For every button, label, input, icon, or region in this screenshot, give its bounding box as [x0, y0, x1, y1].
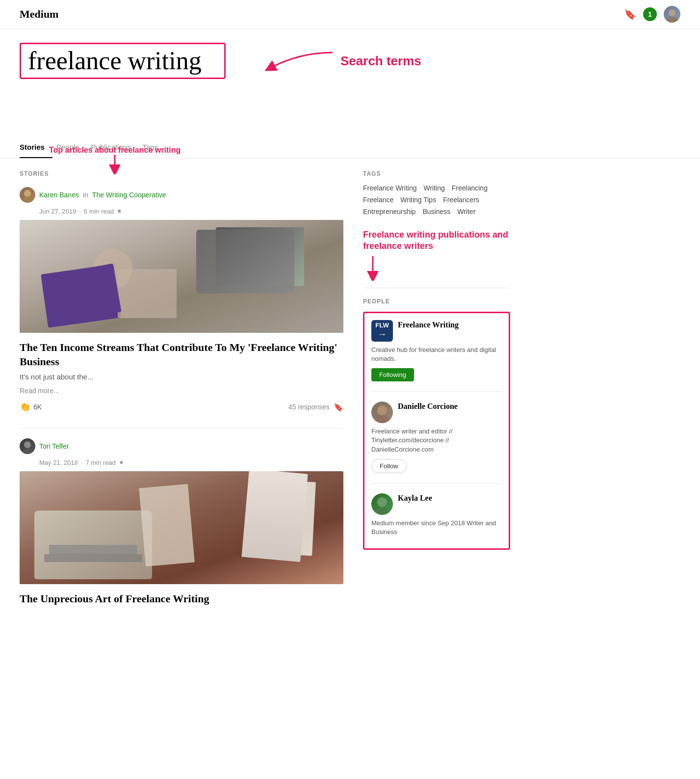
tag-item[interactable]: Writing Tips — [400, 196, 436, 204]
search-box[interactable]: freelance writing — [20, 43, 226, 79]
search-query[interactable]: freelance writing — [28, 48, 202, 74]
svg-point-6 — [377, 405, 387, 415]
tag-item[interactable]: Business — [422, 208, 450, 215]
svg-point-9 — [375, 507, 389, 515]
person-name-3[interactable]: Kayla Lee — [398, 493, 432, 503]
header: Medium 🔖 1 — [0, 0, 700, 29]
following-button[interactable]: Following — [371, 368, 414, 381]
svg-point-4 — [24, 441, 31, 448]
story-title[interactable]: The Ten Income Streams That Contribute T… — [20, 341, 343, 369]
svg-point-1 — [666, 17, 678, 23]
people-section: FLW → Freelance Writing Creative hub for… — [363, 312, 510, 550]
people-section-label: PEOPLE — [363, 298, 510, 305]
tag-item[interactable]: Writer — [457, 208, 475, 215]
tag-item[interactable]: Freelancing — [452, 184, 488, 192]
person-header-2: Danielle Corcione — [371, 402, 502, 423]
logo[interactable]: Medium — [20, 8, 58, 21]
story-image-2 — [20, 471, 343, 584]
tag-item[interactable]: Entrepreneurship — [363, 208, 415, 215]
svg-point-8 — [377, 497, 387, 507]
tag-item[interactable]: Freelance Writing — [363, 184, 416, 192]
tag-item[interactable]: Freelance — [363, 196, 393, 204]
story-divider — [20, 428, 343, 429]
story-author-avatar-2 — [20, 438, 35, 454]
right-divider — [363, 288, 510, 288]
story-read-more[interactable]: Read more... — [20, 387, 343, 395]
person-avatar-kayla — [371, 493, 393, 515]
story-in-label: in — [83, 191, 88, 199]
tab-annotation: Top articles about freelance writing — [49, 146, 181, 174]
story-claps[interactable]: 👏 6K — [20, 402, 42, 412]
story-image-1 — [20, 220, 343, 333]
person-desc-2: Freelance writer and editor // Tinylette… — [371, 427, 502, 454]
nav-tabs: Stories People Publications Tags Top art… — [0, 128, 700, 159]
tags-grid: Freelance Writing Writing Freelancing Fr… — [363, 184, 510, 215]
story-item: Karen Banes in The Writing Cooperative J… — [20, 187, 343, 412]
tab-stories[interactable]: Stories — [20, 139, 52, 158]
svg-point-3 — [22, 197, 33, 203]
story-title-2[interactable]: The Unprecious Art of Freelance Writing — [20, 592, 343, 606]
flw-logo-text: FLW — [375, 322, 389, 329]
person-desc-1: Creative hub for freelance writers and d… — [371, 346, 502, 363]
user-avatar[interactable] — [664, 6, 680, 23]
search-terms-label: Search terms — [340, 54, 421, 69]
person-name-2[interactable]: Danielle Corcione — [398, 402, 458, 411]
story-author-link[interactable]: Karen Banes — [39, 191, 79, 199]
svg-point-0 — [669, 9, 675, 16]
svg-point-7 — [375, 415, 389, 423]
tag-item[interactable]: Freelancers — [443, 196, 479, 204]
story-bookmark-icon[interactable]: 🔖 — [334, 403, 343, 412]
person-desc-3: Medium member since Sep 2018 Writer and … — [371, 519, 502, 537]
tab-annotation-arrow — [107, 155, 122, 174]
person-item-3: Kayla Lee Medium member since Sep 2018 W… — [371, 493, 502, 537]
tags-section-label: TAGS — [363, 170, 510, 177]
main-content: STORIES Karen Banes in The Writing Coope… — [0, 159, 700, 622]
story-footer: 👏 6K 45 responses 🔖 — [20, 402, 343, 412]
search-section: freelance writing Search terms — [0, 29, 700, 128]
right-column: TAGS Freelance Writing Writing Freelanci… — [363, 159, 510, 622]
story-star-icon-2: ★ — [119, 459, 124, 466]
story-read-time-2: 7 min read — [85, 459, 115, 466]
person-item-1: FLW → Freelance Writing Creative hub for… — [371, 320, 502, 392]
search-arrow-svg — [260, 48, 334, 75]
story-date: Jun 27, 2019 — [39, 208, 76, 215]
person-name-1[interactable]: Freelance Writing — [398, 320, 459, 329]
header-right: 🔖 1 — [624, 6, 680, 23]
story-item-2: Tori Telfer May 21, 2018 · 7 min read ★ … — [20, 438, 343, 606]
response-count[interactable]: 45 responses — [288, 403, 330, 411]
story-author-avatar — [20, 187, 35, 203]
notification-badge[interactable]: 1 — [643, 7, 657, 21]
person-header-1: FLW → Freelance Writing — [371, 320, 502, 342]
story-meta: Karen Banes in The Writing Cooperative — [20, 187, 343, 203]
svg-point-5 — [22, 449, 33, 454]
flw-arrow-icon: → — [378, 329, 387, 340]
person-avatar-danielle — [371, 402, 393, 423]
story-meta-2: Tori Telfer — [20, 438, 343, 454]
story-date-2: May 21, 2018 — [39, 459, 78, 466]
person-item-2: Danielle Corcione Freelance writer and e… — [371, 402, 502, 484]
annotation-arrow-down — [363, 256, 383, 281]
story-star-icon: ★ — [117, 208, 122, 215]
tag-item[interactable]: Writing — [423, 184, 444, 192]
clap-count: 6K — [33, 403, 42, 411]
people-annotation: Freelance writing publications and freel… — [363, 229, 510, 283]
stories-column: STORIES Karen Banes in The Writing Coope… — [20, 159, 343, 622]
follow-button[interactable]: Follow — [371, 459, 407, 473]
story-author-link-2[interactable]: Tori Telfer — [39, 442, 69, 450]
annotation-text: Freelance writing publications and freel… — [363, 229, 510, 252]
story-excerpt: It's not just about the... — [20, 373, 343, 381]
clap-icon: 👏 — [20, 402, 30, 412]
story-read-time: 6 min read — [84, 208, 114, 215]
story-publication-link[interactable]: The Writing Cooperative — [92, 191, 166, 199]
bookmark-icon[interactable]: 🔖 — [624, 8, 636, 20]
story-separator: · — [79, 208, 81, 215]
person-avatar-flw: FLW → — [371, 320, 393, 342]
story-responses: 45 responses 🔖 — [288, 403, 343, 412]
person-header-3: Kayla Lee — [371, 493, 502, 515]
svg-point-2 — [24, 190, 31, 197]
